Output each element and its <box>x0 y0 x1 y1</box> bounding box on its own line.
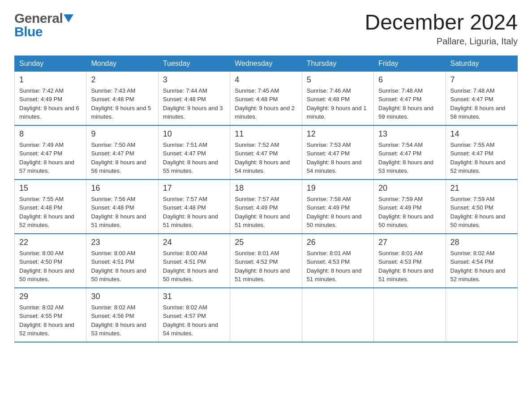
day-number: 21 <box>450 184 513 193</box>
calendar-week-2: 8 Sunrise: 7:49 AM Sunset: 4:47 PM Dayli… <box>15 125 518 180</box>
day-info: Sunrise: 7:52 AM Sunset: 4:47 PM Dayligh… <box>235 141 297 176</box>
calendar-cell: 29 Sunrise: 8:02 AM Sunset: 4:55 PM Dayl… <box>15 288 86 342</box>
calendar-cell <box>446 288 517 342</box>
day-info: Sunrise: 8:01 AM Sunset: 4:53 PM Dayligh… <box>307 249 369 284</box>
day-number: 3 <box>163 75 225 85</box>
day-info: Sunrise: 8:01 AM Sunset: 4:52 PM Dayligh… <box>235 249 297 284</box>
day-number: 31 <box>163 292 225 301</box>
day-info: Sunrise: 7:57 AM Sunset: 4:49 PM Dayligh… <box>235 195 297 230</box>
day-info: Sunrise: 7:57 AM Sunset: 4:48 PM Dayligh… <box>163 195 225 230</box>
day-info: Sunrise: 7:59 AM Sunset: 4:50 PM Dayligh… <box>450 195 513 230</box>
day-info: Sunrise: 8:00 AM Sunset: 4:51 PM Dayligh… <box>91 249 153 284</box>
day-number: 8 <box>19 129 82 139</box>
day-number: 7 <box>450 75 513 85</box>
calendar-week-1: 1 Sunrise: 7:42 AM Sunset: 4:49 PM Dayli… <box>15 71 518 125</box>
calendar-cell: 28 Sunrise: 8:02 AM Sunset: 4:54 PM Dayl… <box>446 234 517 288</box>
day-info: Sunrise: 8:02 AM Sunset: 4:54 PM Dayligh… <box>450 249 513 284</box>
day-info: Sunrise: 7:55 AM Sunset: 4:47 PM Dayligh… <box>450 141 513 176</box>
header-friday: Friday <box>374 56 446 71</box>
day-info: Sunrise: 7:50 AM Sunset: 4:47 PM Dayligh… <box>91 141 153 176</box>
calendar-cell: 23 Sunrise: 8:00 AM Sunset: 4:51 PM Dayl… <box>86 234 158 288</box>
day-number: 20 <box>378 184 441 193</box>
calendar-cell <box>374 288 446 342</box>
day-info: Sunrise: 7:54 AM Sunset: 4:47 PM Dayligh… <box>378 141 441 176</box>
day-info: Sunrise: 8:00 AM Sunset: 4:50 PM Dayligh… <box>19 249 82 284</box>
day-number: 16 <box>91 184 153 193</box>
calendar-header: Sunday Monday Tuesday Wednesday Thursday… <box>15 56 518 71</box>
day-info: Sunrise: 8:01 AM Sunset: 4:53 PM Dayligh… <box>378 249 441 284</box>
calendar-cell: 1 Sunrise: 7:42 AM Sunset: 4:49 PM Dayli… <box>15 71 86 125</box>
day-info: Sunrise: 7:44 AM Sunset: 4:48 PM Dayligh… <box>163 86 225 121</box>
calendar-body: 1 Sunrise: 7:42 AM Sunset: 4:49 PM Dayli… <box>15 71 518 342</box>
day-info: Sunrise: 7:46 AM Sunset: 4:48 PM Dayligh… <box>307 86 369 121</box>
day-info: Sunrise: 7:49 AM Sunset: 4:47 PM Dayligh… <box>19 141 82 176</box>
day-info: Sunrise: 7:45 AM Sunset: 4:48 PM Dayligh… <box>235 86 297 121</box>
day-number: 28 <box>450 238 513 247</box>
day-number: 23 <box>91 238 153 247</box>
calendar-week-3: 15 Sunrise: 7:55 AM Sunset: 4:48 PM Dayl… <box>15 180 518 234</box>
day-number: 17 <box>163 184 225 193</box>
day-info: Sunrise: 7:53 AM Sunset: 4:47 PM Dayligh… <box>307 141 369 176</box>
header-row: Sunday Monday Tuesday Wednesday Thursday… <box>15 56 518 71</box>
svg-marker-0 <box>64 14 73 22</box>
location: Pallare, Liguria, Italy <box>365 36 518 47</box>
day-info: Sunrise: 7:58 AM Sunset: 4:49 PM Dayligh… <box>307 195 369 230</box>
calendar-cell: 2 Sunrise: 7:43 AM Sunset: 4:48 PM Dayli… <box>86 71 158 125</box>
logo: General Blue <box>14 11 73 39</box>
day-info: Sunrise: 7:59 AM Sunset: 4:49 PM Dayligh… <box>378 195 441 230</box>
day-number: 11 <box>235 129 297 139</box>
day-number: 25 <box>235 238 297 247</box>
header-tuesday: Tuesday <box>158 56 230 71</box>
day-number: 14 <box>450 129 513 139</box>
calendar-cell: 18 Sunrise: 7:57 AM Sunset: 4:49 PM Dayl… <box>230 180 302 234</box>
day-number: 6 <box>378 75 441 85</box>
calendar-cell: 13 Sunrise: 7:54 AM Sunset: 4:47 PM Dayl… <box>374 125 446 180</box>
calendar-cell: 10 Sunrise: 7:51 AM Sunset: 4:47 PM Dayl… <box>158 125 230 180</box>
day-info: Sunrise: 8:02 AM Sunset: 4:55 PM Dayligh… <box>19 303 82 338</box>
calendar-cell: 16 Sunrise: 7:56 AM Sunset: 4:48 PM Dayl… <box>86 180 158 234</box>
day-number: 10 <box>163 129 225 139</box>
day-number: 2 <box>91 75 153 85</box>
calendar-cell: 17 Sunrise: 7:57 AM Sunset: 4:48 PM Dayl… <box>158 180 230 234</box>
calendar-cell: 9 Sunrise: 7:50 AM Sunset: 4:47 PM Dayli… <box>86 125 158 180</box>
title-area: December 2024 Pallare, Liguria, Italy <box>365 11 518 47</box>
day-number: 22 <box>19 238 82 247</box>
calendar-cell: 27 Sunrise: 8:01 AM Sunset: 4:53 PM Dayl… <box>374 234 446 288</box>
day-number: 15 <box>19 184 82 193</box>
calendar-cell: 11 Sunrise: 7:52 AM Sunset: 4:47 PM Dayl… <box>230 125 302 180</box>
calendar-cell: 21 Sunrise: 7:59 AM Sunset: 4:50 PM Dayl… <box>446 180 517 234</box>
calendar-cell: 4 Sunrise: 7:45 AM Sunset: 4:48 PM Dayli… <box>230 71 302 125</box>
day-number: 1 <box>19 75 82 85</box>
day-info: Sunrise: 7:55 AM Sunset: 4:48 PM Dayligh… <box>19 195 82 230</box>
calendar-cell: 26 Sunrise: 8:01 AM Sunset: 4:53 PM Dayl… <box>302 234 373 288</box>
calendar-cell: 6 Sunrise: 7:48 AM Sunset: 4:47 PM Dayli… <box>374 71 446 125</box>
day-info: Sunrise: 7:51 AM Sunset: 4:47 PM Dayligh… <box>163 141 225 176</box>
day-info: Sunrise: 7:43 AM Sunset: 4:48 PM Dayligh… <box>91 86 153 121</box>
day-info: Sunrise: 8:02 AM Sunset: 4:56 PM Dayligh… <box>91 303 153 338</box>
calendar-week-4: 22 Sunrise: 8:00 AM Sunset: 4:50 PM Dayl… <box>15 234 518 288</box>
header-thursday: Thursday <box>302 56 373 71</box>
calendar-cell: 8 Sunrise: 7:49 AM Sunset: 4:47 PM Dayli… <box>15 125 86 180</box>
day-number: 30 <box>91 292 153 301</box>
calendar-cell: 24 Sunrise: 8:00 AM Sunset: 4:51 PM Dayl… <box>158 234 230 288</box>
day-number: 24 <box>163 238 225 247</box>
calendar-cell: 14 Sunrise: 7:55 AM Sunset: 4:47 PM Dayl… <box>446 125 517 180</box>
day-number: 13 <box>378 129 441 139</box>
calendar-table: Sunday Monday Tuesday Wednesday Thursday… <box>14 56 518 342</box>
calendar-cell: 19 Sunrise: 7:58 AM Sunset: 4:49 PM Dayl… <box>302 180 373 234</box>
logo-general: General <box>14 11 63 26</box>
day-info: Sunrise: 7:48 AM Sunset: 4:47 PM Dayligh… <box>378 86 441 121</box>
day-number: 29 <box>19 292 82 301</box>
calendar-cell: 25 Sunrise: 8:01 AM Sunset: 4:52 PM Dayl… <box>230 234 302 288</box>
calendar-cell <box>302 288 373 342</box>
page-header: General Blue December 2024 Pallare, Ligu… <box>14 11 518 47</box>
day-info: Sunrise: 8:00 AM Sunset: 4:51 PM Dayligh… <box>163 249 225 284</box>
day-info: Sunrise: 8:02 AM Sunset: 4:57 PM Dayligh… <box>163 303 225 338</box>
day-number: 5 <box>307 75 369 85</box>
day-number: 12 <box>307 129 369 139</box>
day-info: Sunrise: 7:42 AM Sunset: 4:49 PM Dayligh… <box>19 86 82 121</box>
header-wednesday: Wednesday <box>230 56 302 71</box>
day-number: 9 <box>91 129 153 139</box>
day-info: Sunrise: 7:56 AM Sunset: 4:48 PM Dayligh… <box>91 195 153 230</box>
header-sunday: Sunday <box>15 56 86 71</box>
